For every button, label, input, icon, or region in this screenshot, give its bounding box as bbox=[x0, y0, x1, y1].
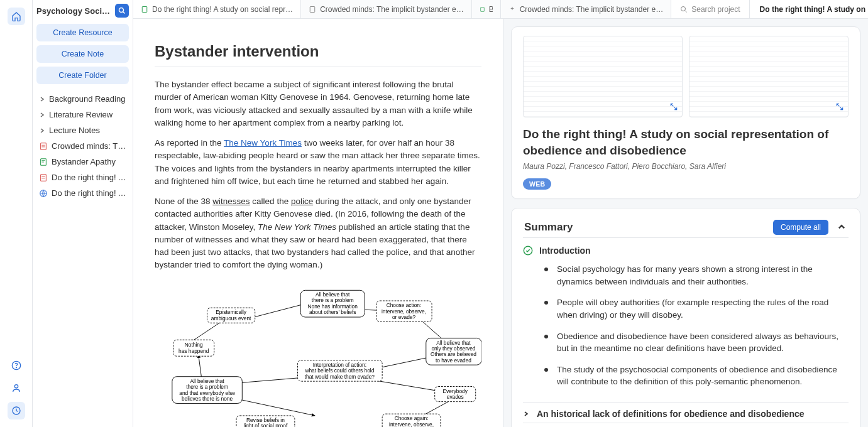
help-icon[interactable] bbox=[8, 357, 25, 374]
document-paragraph: As reported in the The New York Times tw… bbox=[155, 137, 481, 188]
pinned-tab[interactable]: Do the right thing! A study on bbox=[750, 0, 868, 18]
svg-rect-10 bbox=[310, 6, 315, 12]
expand-icon[interactable] bbox=[669, 102, 678, 113]
file-tree: Background Reading Literature Review Lec… bbox=[36, 92, 129, 200]
svg-point-12 bbox=[681, 6, 686, 11]
tab[interactable]: Crowded minds: The implicit bystander e… bbox=[501, 0, 672, 18]
home-icon[interactable] bbox=[8, 8, 25, 25]
tab-search[interactable]: Search project bbox=[671, 0, 749, 18]
svg-text:to have evaded: to have evaded bbox=[436, 357, 471, 363]
profile-icon[interactable] bbox=[8, 379, 25, 397]
project-title: Psychology Society bbox=[36, 6, 111, 16]
paper-title: Do the right thing! A study on social re… bbox=[523, 126, 849, 158]
tree-file[interactable]: Bystander Apathy bbox=[36, 154, 129, 169]
info-pane[interactable]: Do the right thing! A study on social re… bbox=[503, 19, 868, 427]
summary-bullet: People will obey authorities (for exampl… bbox=[544, 296, 849, 321]
summary-card: Summary Compute all Introduction Social … bbox=[511, 208, 860, 427]
document-paragraph: The bystander effect became a subject of… bbox=[155, 78, 481, 129]
summary-bullet: Social psychology has for many years sho… bbox=[544, 263, 849, 288]
tab[interactable]: Crowded minds: The implicit bystander e… bbox=[301, 0, 472, 18]
paper-card: Do the right thing! A study on social re… bbox=[511, 26, 860, 199]
document-paragraph: None of the 38 witnesses called the poli… bbox=[155, 195, 481, 272]
paper-authors: Maura Pozzi, Francesco Fattori, Piero Bo… bbox=[523, 162, 849, 171]
svg-text:believes there is none: believes there is none bbox=[182, 395, 233, 401]
create-folder-button[interactable]: Create Folder bbox=[36, 67, 129, 84]
tab[interactable]: Do the right thing! A study on social re… bbox=[133, 0, 301, 18]
history-icon[interactable] bbox=[8, 402, 25, 419]
tab-bar: Do the right thing! A study on social re… bbox=[133, 0, 868, 19]
summary-section-collapsed[interactable]: An historical lack of definitions for ob… bbox=[523, 402, 849, 423]
expand-icon[interactable] bbox=[835, 102, 844, 113]
document-pane[interactable]: Bystander intervention The bystander eff… bbox=[133, 19, 503, 427]
svg-text:light of social proof: light of social proof bbox=[244, 423, 288, 427]
summary-section-collapsed[interactable]: A different societal approach to study o… bbox=[523, 423, 849, 427]
sidebar: Psychology Society Create Resource Creat… bbox=[33, 0, 133, 427]
summary-heading: Summary bbox=[524, 221, 767, 234]
section-header[interactable]: Introduction bbox=[523, 243, 849, 258]
summary-bullets: Social psychology has for many years sho… bbox=[523, 263, 849, 388]
create-note-button[interactable]: Create Note bbox=[36, 45, 129, 63]
svg-text:there is a problem: there is a problem bbox=[312, 296, 354, 303]
tree-folder[interactable]: Lecture Notes bbox=[36, 123, 129, 138]
collapse-icon[interactable] bbox=[835, 220, 849, 234]
source-badge: WEB bbox=[523, 178, 551, 190]
diagram: Nothinghas happend Epistemicallyambiguou… bbox=[155, 284, 481, 428]
summary-bullet: Obedience and disobedience have been con… bbox=[544, 330, 849, 355]
svg-rect-7 bbox=[41, 174, 47, 181]
create-resource-button[interactable]: Create Resource bbox=[36, 24, 129, 41]
svg-text:that would make them evade?: that would make them evade? bbox=[305, 373, 375, 379]
document-title: Bystander intervention bbox=[155, 43, 481, 60]
search-project-button[interactable] bbox=[115, 4, 129, 18]
svg-text:ambiguous event: ambiguous event bbox=[211, 315, 251, 321]
summary-section: Introduction Social psychology has for m… bbox=[523, 237, 849, 402]
left-rail bbox=[0, 0, 33, 427]
compute-all-button[interactable]: Compute all bbox=[773, 220, 828, 235]
divider bbox=[155, 67, 481, 67]
svg-rect-11 bbox=[480, 7, 484, 11]
svg-text:has happend: has happend bbox=[179, 347, 209, 354]
summary-bullet: The study of the psychosocial components… bbox=[544, 364, 849, 388]
svg-rect-9 bbox=[142, 6, 147, 12]
tree-folder[interactable]: Background Reading bbox=[36, 92, 129, 106]
link-nyt[interactable]: The New York Times bbox=[224, 138, 302, 148]
tree-file[interactable]: Crowded minds: The… bbox=[36, 139, 129, 153]
svg-text:about others' beliefs: about others' beliefs bbox=[309, 309, 356, 315]
page-thumbnail[interactable] bbox=[689, 36, 849, 117]
tab[interactable]: B bbox=[472, 0, 501, 18]
svg-point-1 bbox=[16, 367, 16, 368]
svg-point-4 bbox=[119, 8, 124, 13]
svg-point-2 bbox=[14, 385, 18, 388]
tree-file[interactable]: Do the right thing! A … bbox=[36, 186, 129, 200]
svg-rect-5 bbox=[41, 143, 47, 149]
tree-file[interactable]: Do the right thing! A … bbox=[36, 170, 129, 185]
page-thumbnail[interactable] bbox=[523, 36, 683, 117]
tree-folder[interactable]: Literature Review bbox=[36, 107, 129, 122]
svg-text:evades: evades bbox=[447, 394, 464, 400]
svg-text:or evade?: or evade? bbox=[392, 313, 415, 320]
